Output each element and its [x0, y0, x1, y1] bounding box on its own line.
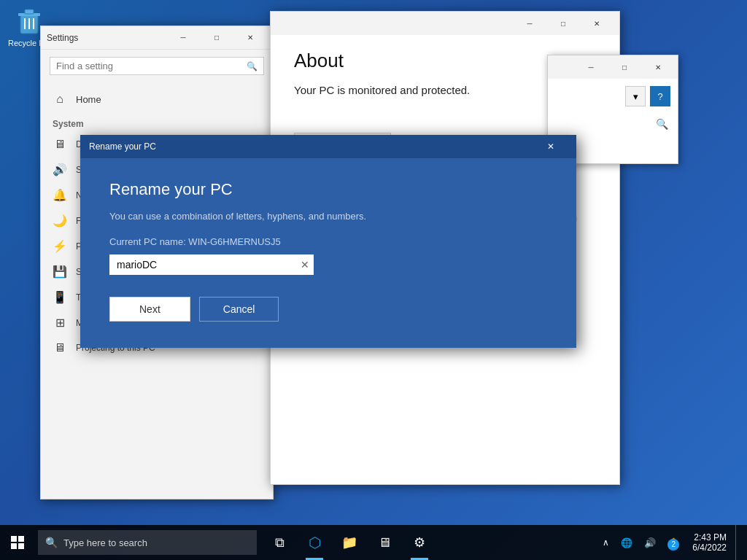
explorer-app[interactable]: 📁: [333, 525, 366, 560]
server-manager-app[interactable]: 🖥: [368, 525, 401, 560]
rename-dialog-titlebar: Rename your PC ✕: [80, 135, 576, 158]
settings-win-controls: ─ □ ✕: [166, 26, 267, 50]
taskbar-search-icon: 🔍: [45, 537, 58, 548]
home-nav-item[interactable]: ⌂ Home: [41, 85, 273, 113]
task-view-icon: ⧉: [275, 535, 285, 551]
display-icon: 🖥: [53, 138, 67, 151]
svg-rect-7: [18, 536, 24, 542]
security-search-row: 🔍: [548, 114, 678, 134]
next-button[interactable]: Next: [109, 297, 190, 322]
home-label: Home: [76, 94, 101, 105]
settings-icon: ⚙: [414, 534, 425, 551]
security-dropdown-btn[interactable]: ▾: [625, 86, 646, 106]
show-desktop-button[interactable]: [735, 525, 741, 560]
rename-dialog-heading: Rename your PC: [109, 180, 547, 199]
taskbar-search-placeholder: Type here to search: [63, 537, 147, 548]
cancel-button[interactable]: Cancel: [199, 297, 279, 322]
security-maximize-btn[interactable]: □: [608, 55, 641, 79]
close-button[interactable]: ✕: [233, 26, 267, 50]
rename-dialog-title: Rename your PC: [89, 141, 534, 152]
search-box[interactable]: 🔍: [50, 57, 264, 75]
system-section-header: System: [41, 113, 273, 132]
power-icon: ⚡: [53, 239, 67, 253]
server-manager-icon: 🖥: [378, 535, 391, 551]
settings-titlebar: Settings ─ □ ✕: [41, 26, 273, 50]
recycle-bin-icon: [15, 7, 44, 36]
home-icon: ⌂: [53, 93, 67, 106]
security-content: ▾ ?: [548, 79, 678, 114]
rename-dialog-current-pc: Current PC name: WIN-G6HMERNUSJ5: [109, 236, 547, 247]
settings-window-title: Settings: [47, 33, 166, 43]
rename-dialog: Rename your PC ✕ Rename your PC You can …: [80, 135, 576, 348]
tray-expand-icon: ∧: [603, 537, 609, 548]
security-help-btn[interactable]: ?: [650, 86, 670, 106]
search-icon: 🔍: [247, 61, 258, 71]
rename-pc-input[interactable]: [109, 254, 314, 275]
taskbar-clock[interactable]: 2:43 PM 6/4/2022: [686, 529, 732, 556]
taskbar-time: 2:43 PM: [694, 532, 727, 542]
about-close-button[interactable]: ✕: [580, 12, 614, 35]
settings-app[interactable]: ⚙: [403, 525, 436, 560]
notification-badge: 2: [667, 539, 679, 551]
about-minimize-button[interactable]: ─: [513, 12, 546, 35]
rename-dialog-close-button[interactable]: ✕: [534, 135, 568, 158]
start-button[interactable]: [0, 525, 35, 560]
rename-input-clear-button[interactable]: ✕: [301, 260, 309, 270]
taskbar-date: 6/4/2022: [692, 542, 727, 553]
maximize-button[interactable]: □: [200, 26, 233, 50]
security-search-icon[interactable]: 🔍: [651, 114, 672, 134]
svg-rect-9: [18, 543, 24, 549]
projecting-icon: 🖥: [53, 341, 67, 354]
multitasking-icon: ⊞: [53, 316, 67, 330]
security-close-btn[interactable]: ✕: [641, 55, 675, 79]
network-icon: 🌐: [621, 537, 632, 548]
volume-icon: 🔊: [644, 537, 656, 548]
focus-icon: 🌙: [53, 214, 67, 228]
security-titlebar: ─ □ ✕: [548, 55, 678, 79]
sound-icon: 🔊: [53, 163, 67, 176]
rename-dialog-body: Rename your PC You can use a combination…: [80, 158, 576, 348]
rename-dialog-description: You can use a combination of letters, hy…: [109, 211, 547, 222]
about-titlebar: ─ □ ✕: [271, 12, 619, 35]
network-tray-icon[interactable]: 🌐: [616, 534, 637, 551]
storage-icon: 💾: [53, 265, 67, 279]
find-setting-input[interactable]: [56, 61, 247, 71]
taskbar-search-box[interactable]: 🔍 Type here to search: [38, 530, 257, 555]
start-icon: [11, 536, 24, 549]
svg-rect-6: [11, 536, 17, 542]
settings-search-area: 🔍: [41, 50, 273, 82]
rename-input-wrapper: ✕: [109, 254, 314, 275]
about-win-controls: ─ □ ✕: [513, 12, 614, 35]
taskbar: 🔍 Type here to search ⧉ ⬡ 📁 🖥 ⚙ ∧: [0, 525, 747, 560]
rename-dialog-actions: Next Cancel: [109, 297, 547, 322]
volume-tray-icon[interactable]: 🔊: [640, 534, 660, 551]
notification-center-button[interactable]: 🔔 2: [663, 534, 684, 551]
about-maximize-button[interactable]: □: [546, 12, 580, 35]
edge-icon: ⬡: [309, 534, 321, 551]
notifications-icon: 🔔: [53, 188, 67, 202]
tablet-icon: 📱: [53, 290, 67, 304]
tray-expand-button[interactable]: ∧: [598, 534, 614, 551]
desktop: Recycle Bin Settings ─ □ ✕ 🔍 ⌂ Home Syst…: [0, 0, 747, 560]
minimize-button[interactable]: ─: [166, 26, 200, 50]
edge-app[interactable]: ⬡: [298, 525, 331, 560]
task-view-button[interactable]: ⧉: [263, 525, 296, 560]
explorer-icon: 📁: [341, 534, 357, 551]
svg-rect-2: [25, 9, 34, 14]
svg-rect-8: [11, 543, 17, 549]
taskbar-apps: ⧉ ⬡ 📁 🖥 ⚙: [263, 525, 436, 560]
taskbar-system-tray: ∧ 🌐 🔊 🔔 2 2:43 PM 6/4/2022: [598, 525, 747, 560]
security-minimize-btn[interactable]: ─: [574, 55, 608, 79]
